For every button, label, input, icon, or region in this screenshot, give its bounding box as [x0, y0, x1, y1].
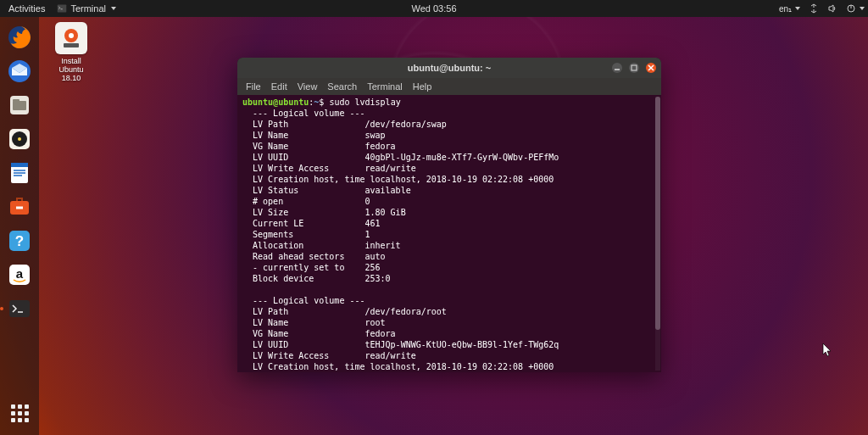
svg-point-19: [69, 33, 74, 38]
app-menu-button[interactable]: Terminal: [52, 3, 121, 14]
dock-item-amazon[interactable]: a: [4, 259, 35, 290]
dock-item-writer[interactable]: [4, 158, 35, 188]
desktop-icon-install-ubuntu[interactable]: Install Ubuntu 18.10: [47, 22, 95, 82]
dock-item-firefox[interactable]: [4, 22, 35, 53]
chevron-down-icon: [860, 7, 865, 10]
svg-text:?: ?: [15, 233, 24, 249]
dock-item-rhythmbox[interactable]: [4, 124, 35, 154]
window-close-button[interactable]: [646, 63, 656, 73]
dock-item-help[interactable]: ?: [4, 226, 35, 256]
dock-item-terminal[interactable]: [4, 293, 35, 324]
svg-rect-11: [11, 163, 28, 167]
installer-icon: [55, 22, 87, 54]
dock-item-files[interactable]: [4, 90, 35, 120]
window-title: ubuntu@ubuntu: ~: [408, 63, 491, 73]
svg-rect-5: [13, 101, 26, 110]
dock-item-software[interactable]: [4, 192, 35, 222]
top-bar: Activities Terminal Wed 03:56 en₁: [0, 0, 868, 17]
terminal-icon: [57, 3, 67, 14]
scrollbar-thumb[interactable]: [655, 97, 660, 330]
volume-icon[interactable]: [827, 3, 837, 14]
menu-file[interactable]: File: [241, 81, 266, 92]
svg-rect-0: [58, 5, 67, 13]
chevron-down-icon: [111, 7, 116, 10]
terminal-window: ubuntu@ubuntu: ~ File Edit View Search T…: [237, 58, 661, 372]
dock-item-thunderbird[interactable]: [4, 56, 35, 86]
activities-button[interactable]: Activities: [3, 3, 50, 14]
input-source-indicator[interactable]: en₁: [779, 4, 800, 14]
desktop-icon-label: Install Ubuntu 18.10: [58, 57, 83, 82]
menu-bar: File Edit View Search Terminal Help: [237, 78, 661, 95]
show-applications-button[interactable]: [4, 398, 35, 428]
window-minimize-button[interactable]: [612, 63, 622, 73]
menu-terminal[interactable]: Terminal: [362, 81, 408, 92]
window-maximize-button[interactable]: [629, 63, 639, 73]
svg-rect-21: [632, 65, 637, 70]
power-icon[interactable]: [846, 3, 865, 14]
svg-rect-6: [13, 99, 19, 102]
menu-help[interactable]: Help: [408, 81, 437, 92]
svg-rect-20: [64, 43, 79, 47]
chevron-down-icon: [795, 7, 800, 10]
network-icon[interactable]: [809, 3, 819, 14]
grid-icon: [11, 404, 29, 422]
terminal-output[interactable]: ubuntu@ubuntu:~$ sudo lvdisplay --- Logi…: [237, 95, 661, 372]
menu-view[interactable]: View: [292, 81, 323, 92]
menu-search[interactable]: Search: [322, 81, 362, 92]
clock[interactable]: Wed 03:56: [411, 3, 456, 14]
menu-edit[interactable]: Edit: [266, 81, 292, 92]
svg-rect-17: [9, 300, 30, 317]
svg-text:a: a: [16, 266, 24, 281]
dock: ? a: [0, 17, 39, 435]
svg-point-9: [18, 137, 21, 141]
cursor-icon: [822, 343, 832, 358]
app-menu-label: Terminal: [70, 3, 106, 14]
terminal-scrollbar[interactable]: [655, 97, 660, 371]
window-titlebar[interactable]: ubuntu@ubuntu: ~: [237, 58, 661, 78]
